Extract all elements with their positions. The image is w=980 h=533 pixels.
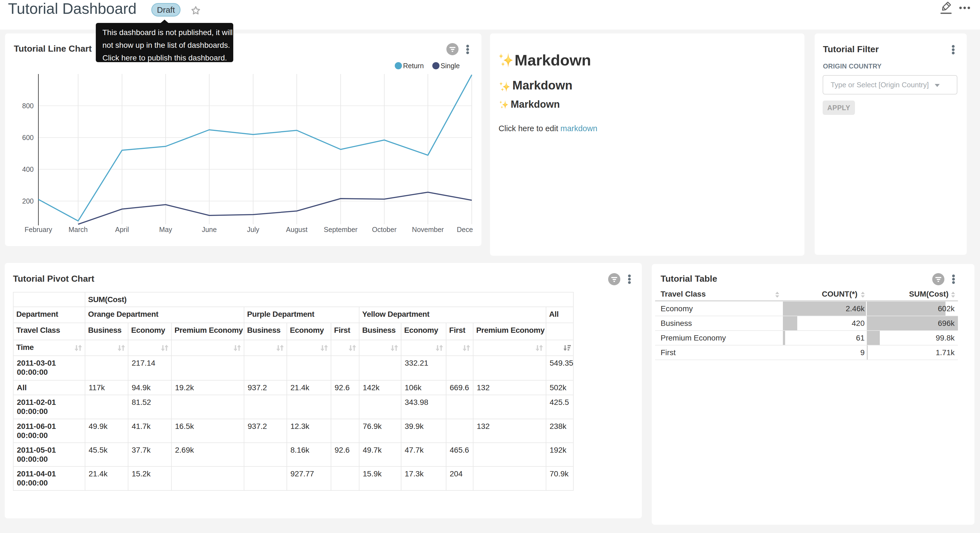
svg-text:April: April [115, 226, 129, 233]
svg-text:July: July [247, 226, 259, 233]
svg-text:March: March [68, 226, 88, 233]
svg-text:February: February [25, 226, 52, 233]
svg-text:August: August [286, 226, 307, 233]
svg-text:800: 800 [22, 102, 34, 110]
svg-text:Return: Return [403, 62, 424, 70]
svg-text:September: September [324, 226, 358, 233]
svg-text:Dece: Dece [457, 226, 473, 233]
svg-text:November: November [412, 226, 444, 233]
svg-text:200: 200 [22, 197, 34, 205]
svg-text:June: June [202, 226, 217, 233]
svg-text:October: October [372, 226, 397, 233]
svg-text:600: 600 [22, 134, 34, 141]
svg-text:May: May [159, 226, 172, 233]
svg-text:400: 400 [22, 166, 34, 173]
svg-text:Single: Single [441, 62, 460, 70]
